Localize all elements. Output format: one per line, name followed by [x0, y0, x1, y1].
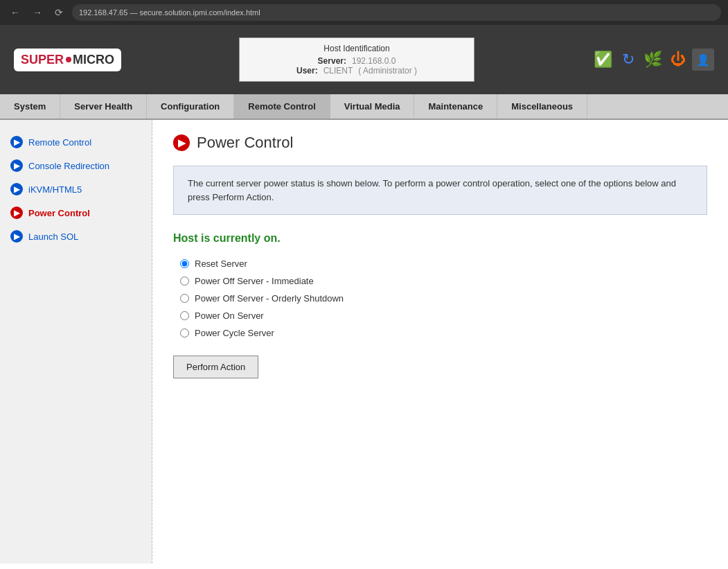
host-id-title: Host Identification [254, 44, 460, 53]
refresh-icon[interactable]: ↻ [617, 49, 639, 71]
sidebar-label-ikvm: iKVM/HTML5 [28, 184, 82, 195]
sidebar-arrow-icon: ▶ [10, 230, 23, 243]
radio-power-cycle-label: Power Cycle Server [195, 328, 274, 338]
radio-power-off-orderly-input[interactable] [180, 294, 189, 303]
radio-power-on[interactable]: Power On Server [180, 310, 707, 321]
user-label: User: [296, 66, 318, 76]
content-area: ▶ Power Control The current server power… [152, 120, 728, 563]
sidebar-item-remote-control[interactable]: ▶ Remote Control [0, 130, 152, 154]
sidebar-arrow-icon: ▶ [10, 136, 23, 148]
nav-bar: System Server Health Configuration Remot… [0, 94, 728, 120]
server-label: Server: [318, 56, 346, 66]
radio-power-off-immediate-label: Power Off Server - Immediate [195, 276, 314, 286]
nav-remote-control[interactable]: Remote Control [234, 94, 330, 119]
server-value: 192.168.0.0 [352, 56, 396, 66]
nav-virtual-media[interactable]: Virtual Media [330, 94, 415, 119]
header-icons: ✅ ↻ 🌿 ⏻ 👤 [592, 49, 714, 71]
sidebar-arrow-active-icon: ▶ [10, 207, 23, 219]
radio-power-off-immediate[interactable]: Power Off Server - Immediate [180, 276, 707, 286]
page-title-row: ▶ Power Control [173, 134, 707, 152]
reload-button[interactable]: ⟳ [51, 6, 66, 19]
sidebar-item-launch-sol[interactable]: ▶ Launch SOL [0, 225, 152, 248]
radio-power-cycle-input[interactable] [180, 329, 189, 338]
host-identification-box: Host Identification Server: 192.168.0.0 … [239, 37, 474, 82]
logo-micro: MICRO [73, 53, 114, 67]
user-role: ( Administrator ) [358, 66, 417, 76]
nav-system[interactable]: System [0, 94, 60, 119]
sidebar-item-ikvm-html5[interactable]: ▶ iKVM/HTML5 [0, 177, 152, 201]
page-title: Power Control [197, 134, 293, 152]
sidebar-label-console-redirection: Console Redirection [28, 161, 109, 171]
nav-maintenance[interactable]: Maintenance [414, 94, 497, 119]
info-text: The current server power status is shown… [188, 178, 676, 202]
browser-bar: ← → ⟳ 192.168.47.65 — secure.solution.ip… [0, 0, 728, 25]
server-row: Server: 192.168.0.0 [254, 56, 460, 66]
back-button[interactable]: ← [7, 6, 24, 19]
sidebar-item-console-redirection[interactable]: ▶ Console Redirection [0, 154, 152, 177]
user-value: CLIENT [323, 66, 353, 76]
url-text: 192.168.47.65 — secure.solution.ipmi.com… [79, 8, 260, 17]
logo-area: SUPER MICRO [14, 49, 121, 71]
radio-power-off-immediate-input[interactable] [180, 277, 189, 286]
url-bar[interactable]: 192.168.47.65 — secure.solution.ipmi.com… [72, 4, 721, 21]
logo-box: SUPER MICRO [14, 49, 121, 71]
radio-power-cycle[interactable]: Power Cycle Server [180, 328, 707, 338]
page-title-icon: ▶ [173, 134, 190, 151]
radio-power-on-label: Power On Server [195, 310, 264, 321]
forward-button[interactable]: → [29, 6, 46, 19]
radio-group: Reset Server Power Off Server - Immediat… [173, 259, 707, 338]
radio-power-off-orderly-label: Power Off Server - Orderly Shutdown [195, 293, 344, 304]
sidebar-item-power-control[interactable]: ▶ Power Control [0, 201, 152, 225]
sidebar: ▶ Remote Control ▶ Console Redirection ▶… [0, 120, 152, 563]
sidebar-label-power-control: Power Control [28, 208, 90, 218]
user-icon[interactable]: 👤 [692, 49, 714, 71]
radio-reset-server-label: Reset Server [195, 259, 247, 269]
radio-reset-server[interactable]: Reset Server [180, 259, 707, 269]
nav-server-health[interactable]: Server Health [60, 94, 147, 119]
host-status: Host is currently on. [173, 232, 707, 245]
main-layout: ▶ Remote Control ▶ Console Redirection ▶… [0, 120, 728, 563]
eco-icon[interactable]: 🌿 [642, 49, 664, 71]
header: SUPER MICRO Host Identification Server: … [0, 25, 728, 94]
radio-power-on-input[interactable] [180, 311, 189, 320]
status-check-icon[interactable]: ✅ [592, 49, 614, 71]
sidebar-arrow-icon: ▶ [10, 183, 23, 195]
sidebar-label-launch-sol: Launch SOL [28, 231, 78, 242]
power-icon[interactable]: ⏻ [667, 49, 689, 71]
sidebar-arrow-icon: ▶ [10, 159, 23, 172]
radio-power-off-orderly[interactable]: Power Off Server - Orderly Shutdown [180, 293, 707, 304]
nav-configuration[interactable]: Configuration [147, 94, 234, 119]
logo-super: SUPER [21, 53, 64, 67]
sidebar-label-remote-control: Remote Control [28, 137, 91, 148]
user-row: User: CLIENT ( Administrator ) [254, 66, 460, 76]
nav-miscellaneous[interactable]: Miscellaneous [497, 94, 587, 119]
radio-reset-server-input[interactable] [180, 259, 189, 268]
info-box: The current server power status is shown… [173, 166, 707, 215]
logo-dot-icon [66, 57, 71, 62]
perform-action-button[interactable]: Perform Action [173, 356, 258, 378]
